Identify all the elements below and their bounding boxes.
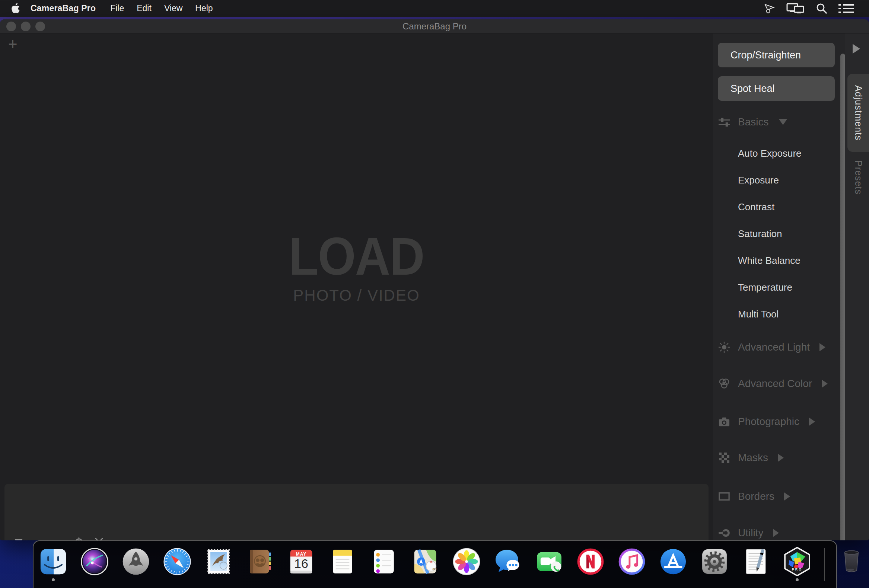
dock-icon-siri[interactable] bbox=[80, 547, 109, 576]
zoom-window-button[interactable] bbox=[36, 22, 45, 31]
adjustment-white-balance[interactable]: White Balance bbox=[738, 247, 802, 274]
close-window-button[interactable] bbox=[6, 22, 16, 31]
minimize-window-button[interactable] bbox=[21, 22, 31, 31]
sidebar-scrollbar[interactable] bbox=[840, 53, 845, 541]
camerabag-window: CameraBag Pro + LOAD PHOTO / VIDEO ‹ › C… bbox=[0, 19, 869, 541]
section-borders[interactable]: Borders bbox=[719, 489, 790, 504]
crop-straighten-button[interactable]: Crop/Straighten bbox=[718, 43, 835, 67]
calendar-month-label: MAY bbox=[287, 551, 316, 557]
section-photographic-label: Photographic bbox=[738, 416, 799, 428]
displays-icon[interactable] bbox=[786, 3, 805, 14]
traffic-lights bbox=[6, 22, 45, 31]
tab-presets[interactable]: Presets bbox=[847, 157, 869, 198]
dock-icon-trash[interactable] bbox=[837, 547, 866, 576]
chevron-down-icon bbox=[779, 119, 787, 125]
load-dropzone[interactable]: LOAD PHOTO / VIDEO bbox=[0, 230, 713, 304]
checkerboard-icon bbox=[719, 452, 730, 463]
chevron-right-icon bbox=[784, 492, 790, 501]
section-borders-label: Borders bbox=[738, 490, 774, 502]
menubar-app-name[interactable]: CameraBag Pro bbox=[31, 3, 96, 13]
adjustment-saturation[interactable]: Saturation bbox=[738, 220, 802, 247]
section-utility[interactable]: Utility bbox=[719, 526, 779, 541]
frame-icon bbox=[719, 491, 730, 502]
dock-icon-camerabag-pro[interactable]: PRO bbox=[783, 547, 812, 576]
menu-file[interactable]: File bbox=[104, 3, 130, 13]
tab-presets-label: Presets bbox=[853, 160, 864, 195]
section-advanced-light[interactable]: Advanced Light bbox=[719, 340, 826, 355]
section-advanced-light-label: Advanced Light bbox=[738, 341, 810, 353]
dock-separator bbox=[824, 548, 825, 581]
dock-icon-maps[interactable]: 3D bbox=[411, 547, 440, 576]
adjustment-temperature[interactable]: Temperature bbox=[738, 274, 802, 301]
section-basics-label: Basics bbox=[738, 116, 768, 128]
section-advanced-color[interactable]: Advanced Color bbox=[719, 376, 827, 391]
section-photographic[interactable]: Photographic bbox=[719, 414, 815, 429]
next-photo-button[interactable]: › bbox=[54, 538, 63, 541]
dock-icon-messages[interactable] bbox=[493, 547, 522, 576]
remote-cursor-icon[interactable] bbox=[764, 3, 775, 14]
dock-icon-system-preferences[interactable] bbox=[700, 547, 729, 576]
adjustment-contrast[interactable]: Contrast bbox=[738, 194, 802, 220]
tab-adjustments[interactable]: Adjustments bbox=[847, 74, 869, 152]
dock-icon-facetime[interactable] bbox=[535, 547, 564, 576]
filmstrip-controls: ‹ › bbox=[4, 536, 104, 541]
menu-help[interactable]: Help bbox=[189, 3, 219, 13]
dock-icon-finder[interactable] bbox=[39, 547, 68, 576]
dock-icon-app-store[interactable] bbox=[658, 547, 688, 576]
power-icon[interactable] bbox=[74, 538, 83, 541]
close-icon[interactable] bbox=[95, 538, 104, 541]
basics-item-list: Auto Exposure Exposure Contrast Saturati… bbox=[738, 140, 802, 327]
dock-icon-textedit[interactable] bbox=[741, 547, 770, 576]
add-photo-button[interactable]: + bbox=[8, 39, 18, 50]
filmstrip-panel: ‹ › bbox=[4, 484, 709, 541]
dock-icon-photos[interactable] bbox=[452, 547, 481, 576]
dock-icon-itunes[interactable] bbox=[617, 547, 647, 576]
dock-icon-safari[interactable] bbox=[163, 547, 192, 576]
sliders-icon bbox=[719, 117, 730, 127]
chevron-right-icon bbox=[820, 343, 826, 351]
chevron-right-icon bbox=[773, 529, 779, 537]
sun-icon bbox=[719, 342, 730, 353]
dock-icon-netflix[interactable] bbox=[576, 547, 605, 576]
collapse-sidebar-icon[interactable] bbox=[853, 44, 860, 53]
window-title: CameraBag Pro bbox=[402, 21, 467, 32]
chevron-right-icon bbox=[778, 454, 784, 462]
dock-icon-calendar[interactable]: MAY 16 bbox=[287, 547, 316, 576]
dock-icon-mail[interactable] bbox=[204, 547, 233, 576]
load-title: LOAD bbox=[29, 230, 685, 283]
maps-3d-badge: 3D bbox=[432, 567, 437, 571]
adjustment-exposure[interactable]: Exposure bbox=[738, 167, 802, 194]
running-indicator bbox=[796, 578, 799, 581]
load-subtitle: PHOTO / VIDEO bbox=[0, 287, 713, 304]
menu-view[interactable]: View bbox=[158, 3, 189, 13]
menu-items: File Edit View Help bbox=[104, 3, 219, 13]
previous-photo-button[interactable]: ‹ bbox=[34, 538, 43, 541]
menubar-status-icons bbox=[764, 3, 854, 14]
collapse-filmstrip-button[interactable] bbox=[14, 538, 23, 541]
adjustment-auto-exposure[interactable]: Auto Exposure bbox=[738, 140, 802, 167]
search-icon[interactable] bbox=[816, 3, 827, 14]
title-bar[interactable]: CameraBag Pro bbox=[0, 19, 869, 34]
running-indicator bbox=[52, 578, 55, 581]
camera-icon bbox=[719, 416, 730, 427]
menu-edit[interactable]: Edit bbox=[130, 3, 158, 13]
apple-menu-icon[interactable] bbox=[11, 3, 21, 14]
photo-canvas: + LOAD PHOTO / VIDEO ‹ › bbox=[0, 34, 713, 541]
section-masks-label: Masks bbox=[738, 452, 768, 464]
section-basics[interactable]: Basics bbox=[719, 115, 787, 129]
menu-bar: CameraBag Pro File Edit View Help bbox=[0, 0, 869, 17]
dock-icon-launchpad[interactable] bbox=[122, 547, 150, 576]
dock-icon-notes[interactable] bbox=[328, 547, 357, 576]
right-tab-strip: Adjustments Presets bbox=[845, 34, 869, 541]
list-icon[interactable] bbox=[838, 4, 854, 13]
chevron-right-icon bbox=[822, 379, 827, 388]
wrench-icon bbox=[719, 527, 730, 539]
dock-icon-reminders[interactable] bbox=[369, 547, 398, 576]
calendar-day-label: 16 bbox=[287, 556, 316, 571]
adjustment-multi-tool[interactable]: Multi Tool bbox=[738, 301, 802, 327]
tab-adjustments-label: Adjustments bbox=[853, 85, 864, 141]
spot-heal-button[interactable]: Spot Heal bbox=[718, 76, 835, 101]
section-masks[interactable]: Masks bbox=[719, 450, 784, 465]
dock-icon-contacts[interactable] bbox=[245, 547, 274, 576]
dock: MAY 16 3D PRO bbox=[33, 541, 837, 588]
